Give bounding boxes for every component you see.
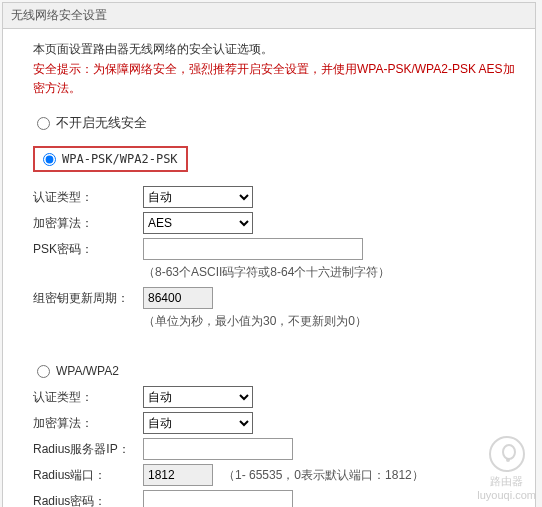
psk-enc-row: 加密算法： AES — [33, 212, 519, 234]
wpa-auth-row: 认证类型： 自动 — [33, 386, 519, 408]
psk-auth-label: 认证类型： — [33, 189, 143, 206]
wpa-enc-row: 加密算法： 自动 — [33, 412, 519, 434]
radio-no-security-label: 不开启无线安全 — [56, 114, 147, 132]
panel-title: 无线网络安全设置 — [3, 3, 535, 29]
watermark: 路由器 luyouqi.com — [477, 436, 536, 501]
radius-port-input[interactable] — [143, 464, 213, 486]
radius-port-row: Radius端口： （1- 65535，0表示默认端口：1812） — [33, 464, 519, 486]
radio-wpapsk-label: WPA-PSK/WPA2-PSK — [62, 152, 178, 166]
radio-wpapsk-input[interactable] — [43, 153, 56, 166]
watermark-line2: luyouqi.com — [477, 489, 536, 501]
radius-pwd-label: Radius密码： — [33, 493, 143, 507]
wpa-enc-select[interactable]: 自动 — [143, 412, 253, 434]
watermark-line1: 路由器 — [477, 474, 536, 489]
radio-wpa[interactable]: WPA/WPA2 — [33, 362, 519, 380]
psk-enc-select[interactable]: AES — [143, 212, 253, 234]
wpa-enc-label: 加密算法： — [33, 415, 143, 432]
radius-pwd-input[interactable] — [143, 490, 293, 507]
radius-ip-input[interactable] — [143, 438, 293, 460]
psk-auth-select[interactable]: 自动 — [143, 186, 253, 208]
security-warning: 安全提示：为保障网络安全，强烈推荐开启安全设置，并使用WPA-PSK/WPA2-… — [33, 60, 519, 98]
psk-enc-label: 加密算法： — [33, 215, 143, 232]
psk-password-row: PSK密码： — [33, 238, 519, 260]
radius-pwd-row: Radius密码： — [33, 490, 519, 507]
psk-rekey-label: 组密钥更新周期： — [33, 290, 143, 307]
router-icon — [489, 436, 525, 472]
wpa-auth-label: 认证类型： — [33, 389, 143, 406]
settings-panel: 无线网络安全设置 本页面设置路由器无线网络的安全认证选项。 安全提示：为保障网络… — [2, 2, 536, 507]
radio-wpa-label: WPA/WPA2 — [56, 364, 119, 378]
psk-auth-row: 认证类型： 自动 — [33, 186, 519, 208]
psk-rekey-row: 组密钥更新周期： — [33, 287, 519, 309]
radio-wpa-input[interactable] — [37, 365, 50, 378]
psk-rekey-input[interactable] — [143, 287, 213, 309]
radius-ip-row: Radius服务器IP： — [33, 438, 519, 460]
radius-ip-label: Radius服务器IP： — [33, 441, 143, 458]
radius-port-label: Radius端口： — [33, 467, 143, 484]
radio-wpapsk[interactable]: WPA-PSK/WPA2-PSK — [33, 146, 188, 172]
psk-rekey-hint: （单位为秒，最小值为30，不更新则为0） — [143, 313, 519, 330]
panel-content: 本页面设置路由器无线网络的安全认证选项。 安全提示：为保障网络安全，强烈推荐开启… — [3, 29, 535, 507]
psk-password-label: PSK密码： — [33, 241, 143, 258]
radio-no-security-input[interactable] — [37, 117, 50, 130]
wpa-auth-select[interactable]: 自动 — [143, 386, 253, 408]
intro-text: 本页面设置路由器无线网络的安全认证选项。 — [33, 41, 519, 58]
radio-no-security[interactable]: 不开启无线安全 — [33, 112, 519, 134]
psk-password-input[interactable] — [143, 238, 363, 260]
radius-port-hint: （1- 65535，0表示默认端口：1812） — [223, 467, 424, 484]
psk-password-hint: （8-63个ASCII码字符或8-64个十六进制字符） — [143, 264, 519, 281]
